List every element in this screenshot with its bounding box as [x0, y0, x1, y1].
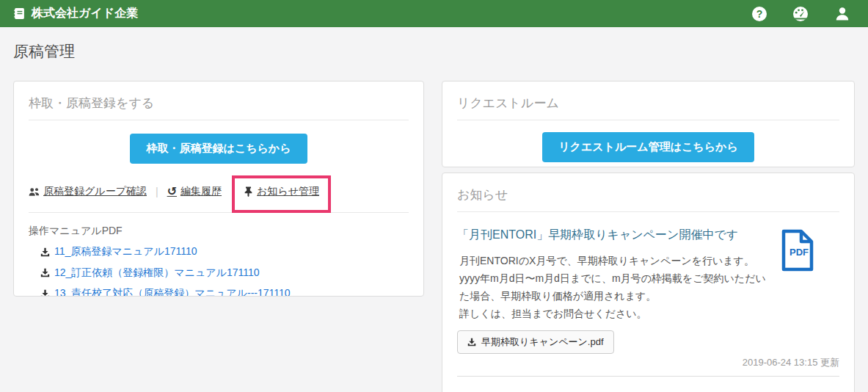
notice-panel: お知らせ 「月刊ENTORI」早期枠取りキャンペーン開催中です 月刊ENTORI…: [442, 173, 855, 392]
manual-download-link-2[interactable]: 12_訂正依頼（登録権限）マニュアル171110: [40, 266, 260, 280]
edit-history-label: 編集履歴: [180, 185, 222, 198]
page-title: 原稿管理: [13, 41, 75, 62]
attachment-download-button[interactable]: 早期枠取りキャンペーン.pdf: [457, 330, 614, 354]
header-actions: ?: [752, 6, 850, 22]
waku-button-row: 枠取・原稿登録はこちらから: [29, 134, 409, 164]
history-icon: ↺: [167, 186, 177, 197]
request-room-panel: リクエストルーム リクエストルーム管理はこちらから: [442, 81, 855, 167]
help-icon[interactable]: ?: [752, 7, 767, 21]
manual-list: 11_原稿登録マニュアル171110 12_訂正依頼（登録権限）マニュアル171…: [40, 245, 409, 297]
announcement-body: 月刊ENTORIのX月号で、早期枠取りキャンペーンを行います。 yyyy年m月d…: [457, 253, 771, 322]
pin-icon: [244, 186, 253, 197]
notice-panel-heading: お知らせ: [457, 186, 839, 212]
request-room-button[interactable]: リクエストルーム管理はこちらから: [542, 132, 754, 162]
download-icon: [40, 289, 50, 297]
attachment-label: 早期枠取りキャンペーン.pdf: [481, 335, 604, 349]
waku-registration-panel: 枠取・原稿登録をする 枠取・原稿登録はこちらから 原稿登録グループ確認 | ↺ …: [13, 81, 424, 297]
group-check-label: 原稿登録グループ確認: [43, 185, 147, 198]
brand-name: 株式会社ガイド企業: [32, 6, 138, 21]
divider: [457, 376, 839, 377]
notice-admin-link[interactable]: お知らせ管理: [244, 185, 319, 198]
download-icon: [40, 268, 50, 277]
announcement-text: 「月刊ENTORI」早期枠取りキャンペーン開催中です 月刊ENTORIのX月号で…: [457, 227, 771, 323]
manual-download-link-3[interactable]: 13_責任校了対応（原稿登録）マニュアル---171110: [40, 287, 291, 297]
link-separator: |: [156, 186, 158, 197]
waku-panel-heading: 枠取・原稿登録をする: [29, 95, 409, 120]
app-header: 株式会社ガイド企業 ?: [0, 0, 868, 27]
book-icon: [13, 7, 26, 20]
list-item: 12_訂正依頼（登録権限）マニュアル171110: [40, 266, 409, 281]
notice-admin-label: お知らせ管理: [257, 185, 319, 198]
request-button-row: リクエストルーム管理はこちらから: [457, 132, 839, 162]
waku-links-row: 原稿登録グループ確認 | ↺ 編集履歴 お知らせ管理: [29, 184, 409, 213]
notice-admin-highlight-box: お知らせ管理: [232, 175, 331, 213]
waku-register-button[interactable]: 枠取・原稿登録はこちらから: [130, 134, 307, 164]
announcement-body-line: yyyy年m月d日〜m月d日までに、m月号の枠掲載をご契約いただいた場合、早期枠…: [459, 270, 771, 305]
request-panel-heading: リクエストルーム: [457, 95, 839, 120]
announcement-body-line: 詳しくは、担当までお問合せください。: [459, 305, 771, 323]
manual-section-label: 操作マニュアルPDF: [29, 225, 409, 238]
announcement-body-line: 月刊ENTORIのX月号で、早期枠取りキャンペーンを行います。: [459, 253, 771, 270]
list-item: 13_責任校了対応（原稿登録）マニュアル---171110: [40, 287, 409, 297]
download-icon: [467, 338, 476, 346]
edit-history-link[interactable]: ↺ 編集履歴: [167, 185, 222, 198]
dashboard-gauge-icon[interactable]: [792, 6, 809, 22]
svg-text:PDF: PDF: [789, 247, 809, 258]
pdf-file-icon: PDF: [778, 228, 817, 323]
announcement-title[interactable]: 「月刊ENTORI」早期枠取りキャンペーン開催中です: [457, 227, 771, 243]
users-icon: [29, 187, 40, 197]
user-icon[interactable]: [834, 6, 850, 22]
announcement: 「月刊ENTORI」早期枠取りキャンペーン開催中です 月刊ENTORIのX月号で…: [457, 227, 839, 323]
download-icon: [40, 247, 50, 257]
updated-timestamp: 2019-06-24 13:15 更新: [457, 356, 839, 369]
brand[interactable]: 株式会社ガイド企業: [13, 6, 138, 21]
group-check-link[interactable]: 原稿登録グループ確認: [29, 185, 147, 198]
manual-download-link-1[interactable]: 11_原稿登録マニュアル171110: [40, 245, 197, 258]
list-item: 11_原稿登録マニュアル171110: [40, 245, 409, 260]
